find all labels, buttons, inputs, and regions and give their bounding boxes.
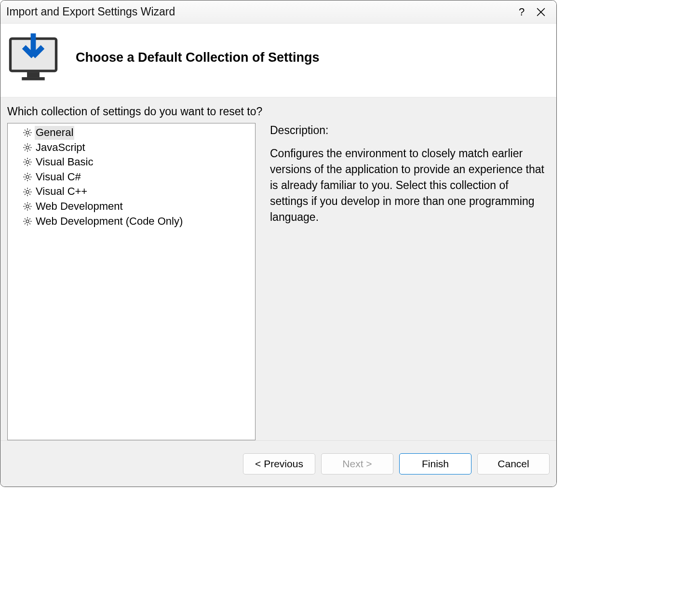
wizard-header: Choose a Default Collection of Settings — [0, 24, 556, 97]
page-heading: Choose a Default Collection of Settings — [76, 50, 320, 65]
svg-point-8 — [26, 176, 29, 178]
list-item-label: Visual C++ — [35, 185, 88, 199]
svg-point-5 — [26, 131, 29, 134]
svg-point-9 — [26, 190, 29, 193]
wizard-dialog: Import and Export Settings Wizard ? Choo… — [0, 0, 557, 487]
list-item[interactable]: Visual Basic — [8, 155, 255, 170]
svg-rect-3 — [27, 72, 40, 77]
list-item-label: Web Development — [35, 200, 124, 214]
description-label: Description: — [270, 124, 550, 137]
svg-point-10 — [26, 205, 29, 208]
finish-button[interactable]: Finish — [399, 453, 471, 474]
list-item-label: General — [35, 126, 74, 140]
svg-point-7 — [26, 161, 29, 164]
prompt-label: Which collection of settings do you want… — [7, 105, 550, 118]
list-item[interactable]: JavaScript — [8, 140, 255, 155]
list-item-label: Web Development (Code Only) — [35, 215, 184, 229]
collections-listbox[interactable]: General JavaScript Visual Basic Visual C… — [7, 123, 256, 440]
list-item[interactable]: Web Development — [8, 199, 255, 214]
next-button[interactable]: Next > — [321, 453, 393, 474]
help-button[interactable]: ? — [512, 2, 531, 22]
wizard-footer: < Previous Next > Finish Cancel — [0, 440, 556, 487]
window-title: Import and Export Settings Wizard — [6, 5, 512, 18]
close-icon — [537, 8, 545, 16]
previous-button[interactable]: < Previous — [243, 453, 315, 474]
content-columns: General JavaScript Visual Basic Visual C… — [7, 123, 550, 440]
list-item[interactable]: Web Development (Code Only) — [8, 214, 255, 229]
close-button[interactable] — [531, 2, 551, 22]
description-panel: Description: Configures the environment … — [270, 123, 550, 440]
title-bar: Import and Export Settings Wizard ? — [0, 0, 556, 24]
svg-point-6 — [26, 146, 29, 149]
list-item[interactable]: Visual C# — [8, 170, 255, 185]
list-item-label: JavaScript — [35, 141, 86, 155]
wizard-content: Which collection of settings do you want… — [0, 97, 556, 440]
list-item[interactable]: General — [8, 125, 255, 140]
cancel-button[interactable]: Cancel — [477, 453, 550, 474]
svg-rect-4 — [22, 77, 45, 80]
list-item-label: Visual Basic — [35, 155, 94, 169]
help-icon: ? — [519, 6, 525, 18]
svg-point-11 — [26, 220, 29, 223]
list-item-label: Visual C# — [35, 170, 82, 184]
description-text: Configures the environment to closely ma… — [270, 146, 550, 226]
import-download-monitor-icon — [7, 31, 59, 83]
list-item[interactable]: Visual C++ — [8, 184, 255, 199]
